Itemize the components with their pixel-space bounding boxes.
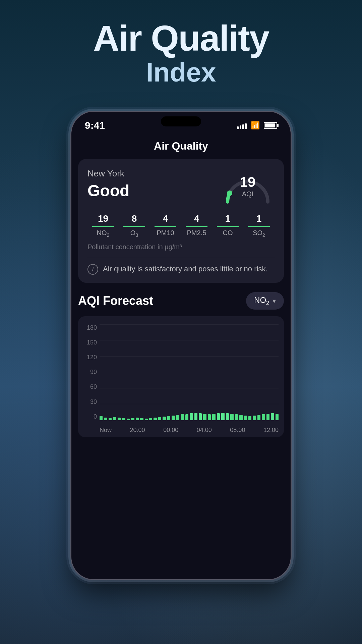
page-title-sub: Index	[0, 56, 362, 89]
chart-bar	[136, 418, 139, 420]
signal-bar-4	[245, 123, 247, 129]
chart-bar	[118, 418, 121, 420]
chart-bar	[235, 414, 238, 420]
chart-y-label-0: 0	[83, 413, 97, 420]
chart-y-labels: 180 150 120 90 60 30 0	[83, 324, 97, 420]
chart-bar	[181, 414, 184, 420]
forecast-dropdown-label: NO2	[254, 296, 269, 306]
chart-bar	[212, 414, 215, 420]
chart-bar	[194, 413, 197, 420]
chart-bar	[185, 414, 188, 420]
aqi-gauge-container: 19 AQI	[221, 168, 275, 205]
chart-bar	[140, 418, 143, 420]
chevron-down-icon: ▾	[273, 297, 276, 305]
pollutant-pm25-bar	[186, 226, 207, 227]
chart-bar	[172, 416, 175, 420]
chart-bar	[217, 413, 220, 420]
forecast-section: AQI Forecast NO2 ▾ 180 150 120 90 60 30	[78, 292, 284, 437]
concentration-note: Pollutant concentration in μg/m³	[87, 243, 275, 257]
chart-bar	[145, 419, 148, 420]
chart-bar	[230, 414, 233, 420]
chart-bar	[149, 418, 152, 420]
status-time: 9:41	[85, 120, 105, 131]
chart-bar	[163, 417, 166, 420]
forecast-title: AQI Forecast	[78, 294, 153, 308]
pollutant-pm10-value: 4	[150, 213, 181, 224]
pollutant-so2-value: 1	[243, 213, 275, 224]
chart-y-label-180: 180	[83, 324, 97, 331]
info-text: Air quality is satisfactory and poses li…	[103, 263, 268, 274]
chart-bar	[122, 418, 125, 420]
chart-bar	[127, 419, 130, 420]
chart-y-label-60: 60	[83, 383, 97, 390]
battery-icon	[264, 122, 277, 129]
forecast-dropdown[interactable]: NO2 ▾	[246, 292, 284, 310]
signal-bar-3	[242, 124, 244, 129]
pollutant-no2: 19 NO2	[87, 213, 119, 238]
info-icon	[87, 264, 98, 275]
aqi-quality: Good	[87, 181, 129, 200]
chart-x-label-0000: 00:00	[163, 427, 178, 434]
aqi-location: New York	[87, 168, 129, 179]
pollutant-o3-value: 8	[119, 213, 150, 224]
aqi-info: New York Good	[87, 168, 129, 200]
chart-bars	[100, 324, 279, 420]
pollutant-pm25-value: 4	[181, 213, 212, 224]
info-note: Air quality is satisfactory and poses li…	[87, 263, 275, 275]
chart-bar	[104, 418, 107, 420]
chart-bar	[257, 415, 260, 420]
battery-fill	[265, 123, 275, 127]
chart-x-label-now: Now	[100, 427, 112, 434]
forecast-header: AQI Forecast NO2 ▾	[78, 292, 284, 310]
chart-y-label-90: 90	[83, 369, 97, 376]
pollutant-no2-value: 19	[87, 213, 119, 224]
pollutant-o3: 8 O3	[119, 213, 150, 238]
aqi-gauge-label: AQI	[242, 190, 253, 198]
page-title-main: Air Quality	[0, 20, 362, 56]
pollutant-o3-bar	[123, 226, 145, 227]
chart-bar	[244, 416, 247, 420]
pollutant-o3-name: O3	[119, 229, 150, 238]
pollutant-pm25-name: PM2.5	[181, 229, 212, 237]
chart-bar	[100, 416, 103, 420]
chart-bar	[266, 414, 269, 420]
chart-bar	[167, 416, 170, 420]
status-bar: 9:41 📶	[71, 112, 291, 135]
chart-x-label-0400: 04:00	[197, 427, 212, 434]
pollutant-so2: 1 SO2	[243, 213, 275, 238]
pollutant-pm25: 4 PM2.5	[181, 213, 212, 238]
aqi-card-top: New York Good 19 AQI	[87, 168, 275, 205]
chart-y-label-30: 30	[83, 398, 97, 406]
aqi-gauge-number: 19	[240, 175, 256, 189]
pollutants-grid: 19 NO2 8 O3 4 PM10 4	[87, 213, 275, 238]
chart-bar	[158, 417, 161, 420]
chart-bar	[176, 415, 179, 420]
chart-bar	[109, 418, 112, 420]
signal-bar-1	[237, 126, 239, 129]
pollutant-pm10-bar	[155, 226, 176, 227]
dynamic-island	[161, 116, 201, 126]
pollutant-pm10-name: PM10	[150, 229, 181, 237]
pollutant-so2-name: SO2	[243, 229, 275, 238]
chart-bar	[113, 417, 116, 420]
chart-container: 180 150 120 90 60 30 0	[78, 316, 284, 437]
pollutant-co: 1 CO	[212, 213, 243, 238]
chart-x-label-2000: 20:00	[130, 427, 145, 434]
chart-bar	[276, 414, 279, 420]
signal-bars-icon	[237, 122, 247, 129]
chart-bar	[226, 413, 229, 420]
pollutant-no2-name: NO2	[87, 229, 119, 238]
pollutant-co-value: 1	[212, 213, 243, 224]
aqi-card: New York Good 19 AQI	[78, 159, 284, 283]
signal-bar-2	[240, 125, 241, 129]
pollutant-pm10: 4 PM10	[150, 213, 181, 238]
chart-y-label-120: 120	[83, 354, 97, 361]
scroll-content[interactable]: New York Good 19 AQI	[71, 159, 291, 437]
chart-bar	[262, 414, 265, 420]
svg-point-0	[227, 191, 232, 196]
chart-bar	[190, 413, 193, 420]
chart-bar	[154, 418, 157, 420]
chart-y-label-150: 150	[83, 339, 97, 346]
chart-bar	[239, 415, 242, 420]
phone-screen: 9:41 📶 Air Quality	[71, 112, 291, 579]
